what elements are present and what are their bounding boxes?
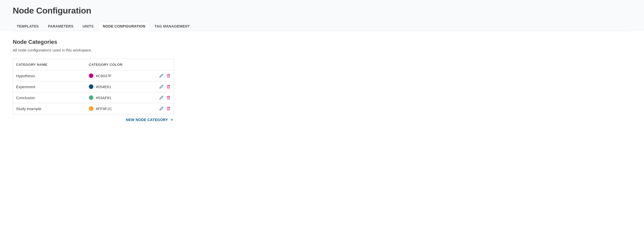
category-color-cell: #53AF81 [86,92,174,103]
pencil-icon [159,96,163,100]
pencil-icon [159,85,163,89]
add-row: NEW NODE CATEGORY [13,114,174,122]
category-color-cell: #054E81 [86,81,174,92]
new-category-button[interactable]: NEW NODE CATEGORY [126,118,174,122]
color-hex-label: #53AF81 [96,96,111,100]
pencil-icon [159,74,163,78]
new-category-label: NEW NODE CATEGORY [126,118,168,122]
table-row: Experiment #054E81 [13,81,174,92]
color-swatch [89,84,93,89]
page-container: Node Configuration TEMPLATES PARAMETERS … [0,0,644,143]
category-name-cell: Study example [13,103,86,114]
table-header-row: CATEGORY NAME CATEGORY COLOR [13,59,174,70]
delete-button[interactable] [166,84,171,89]
column-header-color: CATEGORY COLOR [86,59,174,70]
section-subtitle: All node configurations used in this wor… [13,48,631,52]
tab-units[interactable]: UNITS [78,21,98,31]
color-hex-label: #C6037F [96,74,112,78]
trash-icon [166,85,171,89]
trash-icon [166,74,171,78]
section-title: Node Categories [13,39,631,45]
edit-button[interactable] [159,106,164,111]
category-color-cell: #C6037F [86,70,174,81]
category-name-cell: Experiment [13,81,86,92]
edit-button[interactable] [159,73,164,78]
table-row: Conclusion #53AF81 [13,92,174,103]
tab-node-configuration[interactable]: NODE CONFIGURATION [99,21,150,31]
color-swatch [89,73,93,78]
delete-button[interactable] [166,73,171,78]
content: Node Categories All node configurations … [0,31,644,122]
page-title: Node Configuration [13,6,631,16]
column-header-name: CATEGORY NAME [13,59,86,70]
category-table: CATEGORY NAME CATEGORY COLOR Hypothesis … [13,59,174,114]
color-swatch [89,95,93,100]
tab-tag-management[interactable]: TAG MANAGEMENT [150,21,194,31]
trash-icon [166,107,171,111]
table-row: Study example #FF9F1C [13,103,174,114]
table-row: Hypothesis #C6037F [13,70,174,81]
delete-button[interactable] [166,95,171,100]
edit-button[interactable] [159,84,164,89]
page-header: Node Configuration TEMPLATES PARAMETERS … [0,0,644,31]
tab-parameters[interactable]: PARAMETERS [44,21,78,31]
trash-icon [166,96,171,100]
color-hex-label: #054E81 [96,85,111,89]
color-hex-label: #FF9F1C [96,107,112,111]
delete-button[interactable] [166,106,171,111]
tabs: TEMPLATES PARAMETERS UNITS NODE CONFIGUR… [12,21,631,31]
plus-icon [170,118,174,122]
edit-button[interactable] [159,95,164,100]
pencil-icon [159,107,163,111]
tab-templates[interactable]: TEMPLATES [12,21,43,31]
category-name-cell: Hypothesis [13,70,86,81]
category-name-cell: Conclusion [13,92,86,103]
color-swatch [89,106,93,111]
category-color-cell: #FF9F1C [86,103,174,114]
